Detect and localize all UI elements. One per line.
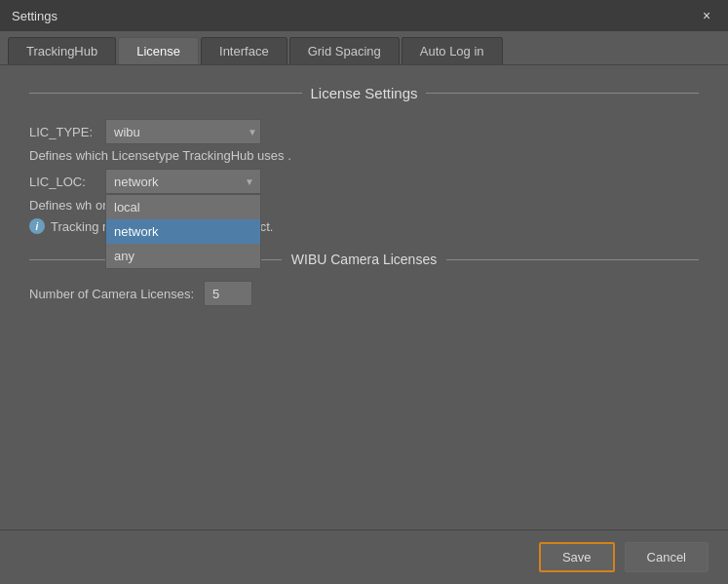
- lic-type-select[interactable]: wibu other: [105, 119, 261, 144]
- camera-licenses-input[interactable]: [204, 281, 252, 306]
- tracking-text-prefix: Tracking: [51, 219, 98, 234]
- lic-loc-arrow-icon: ▼: [245, 176, 254, 187]
- tab-license[interactable]: License: [118, 37, 199, 64]
- dialog-title: Settings: [12, 9, 57, 23]
- divider-line-right: [446, 259, 699, 260]
- tab-interface[interactable]: Interface: [201, 37, 287, 64]
- lic-type-select-wrapper: wibu other ▼: [105, 119, 261, 144]
- tab-trackinghub[interactable]: TrackingHub: [8, 37, 116, 64]
- tab-auto-log-in[interactable]: Auto Log in: [402, 37, 503, 64]
- lic-loc-value: network: [114, 175, 159, 189]
- cancel-button[interactable]: Cancel: [625, 542, 709, 572]
- content-area: License Settings LIC_TYPE: wibu other ▼ …: [0, 65, 728, 529]
- tab-bar: TrackingHub License Interface Grid Spaci…: [0, 31, 728, 65]
- lic-loc-dropdown-list: local network any: [105, 194, 261, 269]
- info-icon: i: [29, 218, 45, 234]
- dropdown-item-any[interactable]: any: [106, 244, 260, 268]
- footer: Save Cancel: [0, 529, 728, 584]
- camera-licenses-row: Number of Camera Licenses:: [29, 281, 699, 306]
- close-button[interactable]: ×: [697, 6, 716, 25]
- lic-type-description: Defines which Licensetype TrackingHub us…: [29, 148, 699, 163]
- lic-loc-dropdown-container: network ▼ local network any: [105, 169, 261, 194]
- save-button[interactable]: Save: [539, 542, 615, 572]
- dropdown-item-network[interactable]: network: [106, 219, 260, 244]
- lic-loc-label: LIC_LOC:: [29, 175, 97, 189]
- lic-type-label: LIC_TYPE:: [29, 125, 97, 139]
- lic-loc-trigger[interactable]: network ▼: [105, 169, 261, 194]
- tab-grid-spacing[interactable]: Grid Spacing: [289, 37, 400, 64]
- dropdown-item-local[interactable]: local: [106, 195, 260, 219]
- lic-type-row: LIC_TYPE: wibu other ▼: [29, 119, 699, 144]
- license-settings-title: License Settings: [29, 85, 699, 101]
- wibu-section-title: WIBU Camera Licenses: [291, 252, 437, 267]
- title-bar: Settings ×: [0, 0, 728, 31]
- settings-dialog: Settings × TrackingHub License Interface…: [0, 0, 728, 584]
- lic-loc-row: LIC_LOC: network ▼ local network any: [29, 169, 699, 194]
- camera-licenses-label: Number of Camera Licenses:: [29, 287, 194, 301]
